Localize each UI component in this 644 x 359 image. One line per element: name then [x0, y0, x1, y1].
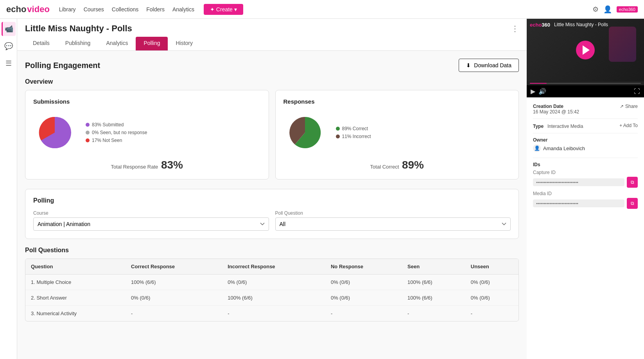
legend-correct: 89% Correct — [336, 126, 371, 131]
submissions-title: Submissions — [33, 98, 261, 105]
video-progress-fill — [530, 83, 547, 84]
course-filter-label: Course — [33, 210, 269, 216]
right-panel: echo360 Little Miss Naughty - Polls ▶ — [527, 19, 644, 359]
col-incorrect-response: Incorrect Response — [222, 259, 325, 275]
cell-no-response: 0% (0/6) — [325, 290, 402, 306]
play-button[interactable] — [576, 41, 595, 59]
add-to-button[interactable]: + Add To — [619, 123, 638, 128]
legend-incorrect: 11% Incorrect — [336, 134, 371, 139]
volume-icon[interactable]: 🔊 — [538, 88, 546, 95]
echo360-badge: echo360 — [617, 6, 638, 13]
responses-chart-content: 89% Correct 11% Incorrect — [283, 111, 511, 154]
incorrect-dot — [336, 135, 340, 138]
sidebar-media-icon[interactable]: 📹 — [2, 22, 16, 36]
logo[interactable]: echovideo — [6, 4, 50, 14]
polling-engagement-title: Polling Engagement — [25, 61, 100, 70]
top-nav: echovideo Library Courses Collections Fo… — [0, 0, 644, 19]
col-no-response: No Response — [325, 259, 402, 275]
charts-row: Submissions — [25, 90, 519, 180]
tab-publishing[interactable]: Publishing — [57, 37, 99, 50]
create-button[interactable]: ✦ Create ▾ — [204, 4, 243, 15]
type-group: Type Interactive Media — [533, 123, 583, 129]
cell-seen: 100% (6/6) — [402, 275, 465, 290]
polling-engagement-header: Polling Engagement ⬇ Download Data — [25, 59, 519, 72]
poll-table-body: 1. Multiple Choice 100% (6/6) 0% (0/6) 0… — [25, 275, 518, 321]
capture-id-input[interactable] — [533, 178, 624, 186]
cell-correct: 100% (6/6) — [126, 275, 222, 290]
owner-name: Amanda Leibovich — [543, 145, 585, 151]
poll-question-filter-label: Poll Question — [275, 210, 511, 216]
poll-question-filter-group: Poll Question All — [275, 210, 511, 231]
course-filter-group: Course Animation | Animation — [33, 210, 269, 231]
poll-question-filter-select[interactable]: All — [275, 217, 511, 231]
creation-date-row: Creation Date 16 May 2024 @ 15:42 ↗ Shar… — [533, 104, 638, 115]
nav-right: ⚙ 👤 echo360 — [592, 5, 638, 14]
capture-id-copy-button[interactable]: ⧉ — [627, 177, 638, 188]
more-options-button[interactable]: ⋮ — [511, 24, 519, 33]
col-correct-response: Correct Response — [126, 259, 222, 275]
share-icon: ↗ — [620, 104, 624, 109]
owner-section: Owner 👤 Amanda Leibovich — [533, 137, 638, 152]
download-data-button[interactable]: ⬇ Download Data — [459, 59, 519, 72]
settings-icon[interactable]: ⚙ — [592, 5, 599, 14]
tab-polling[interactable]: Polling — [136, 37, 168, 50]
cell-question: 3. Numerical Activity — [25, 306, 126, 321]
capture-id-field: ⧉ — [533, 177, 638, 188]
responses-chart-card: Responses — [275, 90, 519, 180]
divider-1 — [533, 118, 638, 119]
video-thumb-graphic — [609, 27, 636, 62]
logo-video: video — [27, 4, 49, 14]
poll-questions-table-wrapper: Question Correct Response Incorrect Resp… — [25, 258, 519, 321]
nav-library[interactable]: Library — [59, 6, 76, 13]
media-id-copy-button[interactable]: ⧉ — [627, 198, 638, 209]
col-seen: Seen — [402, 259, 465, 275]
content-area: Little Miss Naughty - Polls ⋮ Details Pu… — [17, 19, 527, 359]
poll-questions-section: Poll Questions Question Correct Response… — [25, 247, 519, 321]
divider-2 — [533, 133, 638, 133]
creation-date-group: Creation Date 16 May 2024 @ 15:42 — [533, 104, 579, 115]
nav-folders[interactable]: Folders — [146, 6, 165, 13]
cell-correct: - — [126, 306, 222, 321]
overview-title: Overview — [25, 78, 519, 85]
cell-unseen: 0% (0/6) — [465, 275, 518, 290]
course-filter-select[interactable]: Animation | Animation — [33, 217, 269, 231]
tab-analytics[interactable]: Analytics — [98, 37, 136, 50]
fullscreen-icon[interactable]: ⛶ — [634, 88, 640, 95]
video-thumbnail: echo360 Little Miss Naughty - Polls — [527, 19, 644, 81]
responses-pie — [283, 111, 326, 154]
not-seen-dot — [86, 138, 90, 142]
polling-filters-title: Polling — [33, 197, 511, 204]
col-unseen: Unseen — [465, 259, 518, 275]
sidebar-list-icon[interactable]: ☰ — [2, 56, 16, 70]
main-content: Polling Engagement ⬇ Download Data Overv… — [17, 51, 527, 359]
responses-title: Responses — [283, 98, 511, 105]
cell-correct: 0% (0/6) — [126, 290, 222, 306]
user-icon[interactable]: 👤 — [603, 5, 612, 14]
nav-courses[interactable]: Courses — [84, 6, 104, 13]
progress-ticks — [530, 83, 641, 84]
nav-links: Library Courses Collections Folders Anal… — [59, 6, 194, 13]
table-row: 1. Multiple Choice 100% (6/6) 0% (0/6) 0… — [25, 275, 518, 290]
main-layout: 📹 💬 ☰ Little Miss Naughty - Polls ⋮ Deta… — [0, 19, 644, 359]
cell-seen: 100% (6/6) — [402, 290, 465, 306]
tab-details[interactable]: Details — [25, 37, 57, 50]
left-sidebar: 📹 💬 ☰ — [0, 19, 17, 359]
nav-collections[interactable]: Collections — [112, 6, 138, 13]
response-rate-row: Total Response Rate 83% — [33, 159, 261, 171]
legend-not-seen: 17% Not Seen — [86, 138, 147, 143]
play-control-icon[interactable]: ▶ — [531, 88, 535, 95]
tab-bar: Details Publishing Analytics Polling His… — [25, 37, 519, 50]
tab-history[interactable]: History — [168, 37, 201, 50]
sidebar-chat-icon[interactable]: 💬 — [2, 39, 16, 53]
cell-question: 2. Short Answer — [25, 290, 126, 306]
share-button[interactable]: ↗ Share — [620, 104, 638, 109]
play-triangle — [583, 45, 590, 55]
poll-questions-table: Question Correct Response Incorrect Resp… — [25, 259, 518, 321]
video-progress-bar-area — [527, 81, 644, 85]
submissions-legend: 83% Submitted 0% Seen, but no response 1… — [86, 122, 147, 143]
nav-analytics[interactable]: Analytics — [172, 6, 194, 13]
divider-3 — [533, 158, 638, 158]
filters-row: Course Animation | Animation Poll Questi… — [33, 210, 511, 231]
media-id-input[interactable] — [533, 199, 624, 207]
video-seekbar[interactable] — [530, 83, 641, 84]
